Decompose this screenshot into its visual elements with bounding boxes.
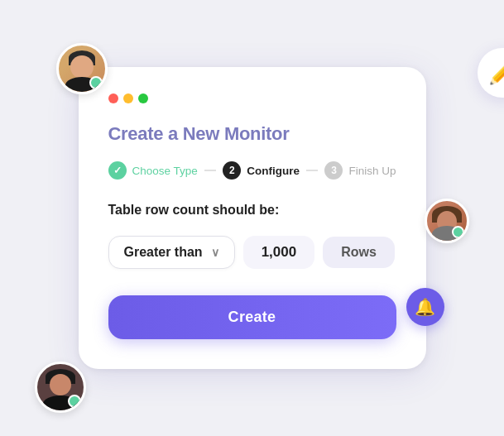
value-display: 1,000 [243,236,315,269]
dropdown-arrow-icon: ∨ [211,246,219,259]
main-card: Create a New Monitor ✓ Choose Type 2 Con… [79,67,426,369]
operator-dropdown[interactable]: Greater than ∨ [108,236,235,269]
section-label: Table row count should be: [108,203,396,218]
step-label-2: Configure [247,165,300,177]
step-divider-1 [204,170,216,171]
operator-label: Greater than [124,245,203,260]
step-label-3: Finish Up [348,165,396,177]
step-divider-2 [306,170,318,171]
stepper: ✓ Choose Type 2 Configure 3 Finish Up [108,161,396,180]
step-circle-2: 2 [223,161,241,180]
dot-red [108,93,118,103]
dot-green [138,93,148,103]
avatar-top [56,43,108,94]
dot-yellow [123,93,133,103]
step-label-1: Choose Type [132,165,198,177]
edit-icon: ✏️ [489,60,504,86]
avatar-bottom-left [35,362,86,413]
step-choose-type: ✓ Choose Type [108,161,198,180]
step-configure: 2 Configure [223,161,300,180]
step-finish-up: 3 Finish Up [324,161,396,180]
row-config: Greater than ∨ 1,000 Rows [108,236,396,269]
window-controls [108,93,396,103]
step-circle-3: 3 [324,161,343,180]
step-circle-1: ✓ [108,161,127,180]
edit-icon-button[interactable]: ✏️ [478,48,504,98]
avatar-mid-right [425,199,469,243]
unit-display: Rows [323,237,395,268]
create-button[interactable]: Create [108,295,396,339]
bell-icon: 🔔 [415,297,435,317]
bell-button[interactable]: 🔔 [406,288,444,326]
card-title: Create a New Monitor [108,123,396,145]
